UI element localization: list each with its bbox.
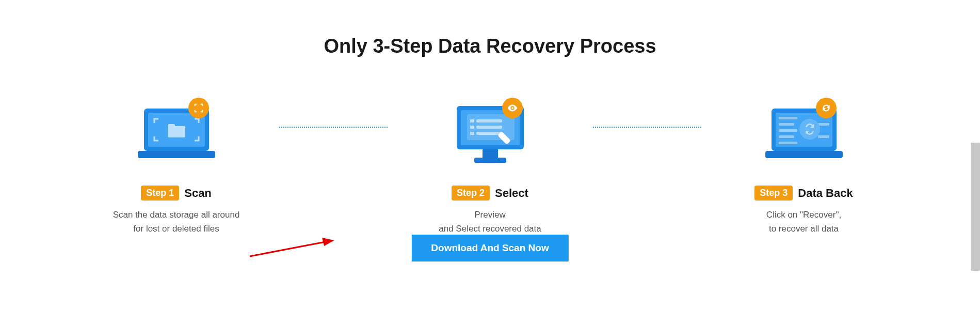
svg-rect-20 [779,117,797,119]
scrollbar-thumb[interactable] [971,143,980,271]
step-1-desc: Scan the data storage all around for los… [113,208,240,236]
svg-rect-13 [470,126,474,129]
svg-rect-26 [818,135,829,138]
svg-rect-12 [476,119,502,122]
svg-rect-25 [818,123,829,126]
step-3-label-row: Step 3 Data Back [754,186,853,201]
svg-rect-21 [779,123,794,126]
svg-rect-8 [474,158,506,163]
svg-rect-7 [483,149,498,158]
eye-icon [502,98,523,118]
step-2-label-row: Step 2 Select [452,186,528,201]
svg-rect-14 [476,126,502,129]
svg-rect-11 [470,119,474,122]
svg-rect-19 [765,151,843,158]
svg-rect-24 [779,142,797,144]
svg-marker-29 [322,238,334,246]
refresh-icon [816,98,837,118]
svg-rect-4 [168,124,175,128]
svg-rect-15 [470,132,474,135]
step-3-illustration [765,104,843,166]
step-3-desc: Click on "Recover", to recover all data [766,208,841,236]
step-2-desc: Preview and Select recovered data [439,208,541,236]
step-1-block: Step 1 Scan Scan the data storage all ar… [74,104,279,236]
svg-point-27 [799,119,820,140]
svg-line-28 [250,242,325,256]
step-2-block: Step 2 Select Preview and Select recover… [388,104,593,236]
annotation-arrow [248,233,335,258]
step-1-illustration [138,104,215,166]
step-2-pill: Step 2 [452,186,490,201]
step-1-title: Scan [184,187,212,200]
step-2-illustration [452,104,529,166]
step-3-block: Step 3 Data Back Click on "Recover", to … [701,104,907,236]
svg-rect-2 [138,151,215,158]
connector-2 [593,127,701,128]
page-title: Only 3-Step Data Recovery Process [0,35,980,57]
step-1-pill: Step 1 [141,186,179,201]
connector-1 [279,127,388,128]
step-3-pill: Step 3 [754,186,793,201]
svg-rect-16 [476,132,502,135]
steps-row: Step 1 Scan Scan the data storage all ar… [0,104,980,236]
svg-rect-23 [779,135,794,138]
step-2-title: Select [495,187,528,200]
download-scan-button[interactable]: Download And Scan Now [411,235,568,262]
step-1-label-row: Step 1 Scan [141,186,212,201]
step-3-title: Data Back [798,187,853,200]
svg-rect-22 [779,129,797,132]
scan-icon [188,98,209,118]
